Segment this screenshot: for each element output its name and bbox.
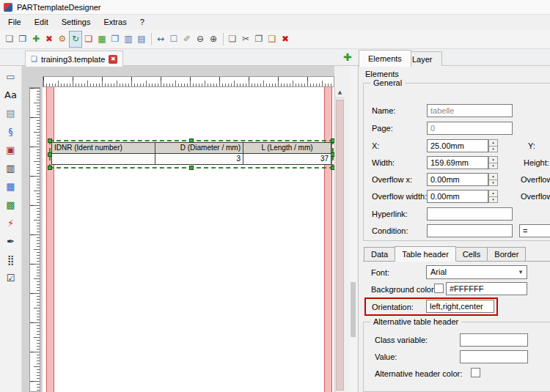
menu-settings[interactable]: Settings [55, 15, 98, 29]
image-tool-button[interactable]: ▩ [2, 197, 20, 213]
name-label: Name: [372, 106, 395, 115]
rectangle-tool-button[interactable]: ▭ [2, 69, 20, 85]
datamatrix-tool-button[interactable]: ⣿ [2, 252, 20, 268]
x-stepper[interactable]: ▴ ▾ [488, 139, 498, 152]
panel-title: Elements [365, 70, 399, 78]
scrollbar-thumb[interactable] [336, 100, 344, 391]
picture-icon: ▩ [6, 199, 15, 210]
width-stepper[interactable]: ▴ ▾ [488, 156, 498, 169]
field-tool-button[interactable]: ▤ [2, 106, 20, 122]
canvas-vertical-scrollbar[interactable]: ▲ [334, 87, 345, 392]
overflow-h-label: Overflow h [521, 192, 550, 201]
spin-down-icon[interactable]: ▾ [488, 180, 498, 187]
table-header-cell: L (Length / mm) [243, 143, 331, 154]
rectangle-icon: ▭ [6, 71, 15, 82]
action-tool-button[interactable]: ⚡ [2, 215, 20, 232]
close-tab-icon[interactable]: ✖ [109, 55, 117, 64]
spin-up-icon[interactable]: ▴ [488, 173, 498, 180]
list-icon: ▥ [6, 163, 15, 174]
spin-down-icon[interactable]: ▾ [488, 147, 498, 153]
table-tool-button[interactable]: ▦ [2, 179, 20, 195]
tab-elements[interactable]: Elements [359, 50, 411, 67]
parttemplatedesigner-window: PARTtemplateDesigner FileEditSettingsExt… [0, 0, 550, 392]
font-dropdown[interactable]: Arial ▾ [426, 265, 527, 279]
selection-frame-button[interactable]: ☐ [167, 31, 180, 48]
cut-button[interactable]: ✂ [239, 31, 252, 48]
menu-extras[interactable]: Extras [97, 15, 133, 29]
spin-down-icon[interactable]: ▾ [488, 163, 498, 170]
menu-file[interactable]: File [1, 15, 28, 29]
panel-scrollbar-thumb[interactable] [351, 282, 356, 337]
subtab-table-header[interactable]: Table header [395, 246, 456, 262]
preview-page-button[interactable]: ❏ [226, 31, 239, 48]
remove-button[interactable]: ✖ [43, 31, 56, 48]
checkbox-tool-button[interactable]: ☑ [2, 270, 20, 286]
condition-operator-field[interactable]: = [519, 224, 550, 237]
overflow-width-stepper[interactable]: ▴ ▾ [488, 190, 498, 203]
name-field[interactable]: tabelle [427, 104, 513, 117]
left-margin-strip [46, 87, 54, 392]
layout-rows-button[interactable]: ▤ [135, 31, 148, 48]
orientation-field[interactable]: left,right,center [426, 300, 494, 313]
panel-scrollbar[interactable] [350, 66, 356, 392]
new-template-button[interactable]: ❏ [3, 31, 16, 48]
overflow-width-field[interactable]: 0.00mm [427, 190, 488, 203]
pencil-icon: ✐ [183, 34, 191, 44]
save-button[interactable]: ❒ [16, 31, 29, 48]
save-icon: ❒ [19, 34, 27, 44]
text-tool-button[interactable]: Aa [2, 87, 20, 103]
draw-button[interactable]: ✐ [180, 31, 194, 48]
elements-panel: Elements General Name: tabelle Page: 0 X… [358, 66, 550, 392]
fit-width-button[interactable]: ↔ [154, 31, 167, 48]
insert-image-button[interactable]: ▦ [95, 31, 109, 48]
add-button[interactable]: ✚ [29, 31, 43, 48]
table-header-cell: D (Diameter / mm) [155, 143, 243, 154]
resize-handle[interactable] [189, 166, 194, 170]
value-field[interactable] [460, 350, 528, 363]
export-pdf-button[interactable]: ❏ [82, 31, 95, 48]
orientation-label: Orientation: [372, 303, 414, 311]
list-tool-button[interactable]: ▥ [2, 160, 20, 177]
spin-up-icon[interactable]: ▴ [488, 156, 498, 163]
element-toolbox: ▭Aa▤§▣▥▦▩⚡✒⣿☑ [0, 66, 22, 392]
width-field[interactable]: 159.69mm [427, 156, 488, 169]
overflow-x-stepper[interactable]: ▴ ▾ [488, 173, 498, 186]
add-tab-icon[interactable]: ✚ [343, 51, 352, 63]
background-color-swatch[interactable] [434, 284, 444, 293]
page-field[interactable]: 0 [427, 122, 513, 135]
copy-button[interactable]: ❐ [252, 31, 265, 48]
spin-down-icon[interactable]: ▾ [488, 197, 498, 204]
spin-up-icon[interactable]: ▴ [488, 139, 498, 147]
pin-tool-button[interactable]: ✒ [2, 234, 20, 250]
spin-up-icon[interactable]: ▴ [488, 190, 498, 197]
overflow-x-field[interactable]: 0.00mm [427, 173, 488, 186]
table-element[interactable]: IDNR (Ident number) D (Diameter / mm) 3 … [51, 142, 331, 165]
paste-button[interactable]: ❑ [265, 31, 279, 48]
hyperlink-field[interactable] [427, 207, 513, 221]
delete-element-button[interactable]: ✖ [279, 31, 292, 48]
subtab-border[interactable]: Border [487, 247, 526, 261]
class-variable-field[interactable] [460, 333, 528, 347]
horizontal-ruler [43, 76, 334, 87]
stamp-tool-button[interactable]: ▣ [2, 142, 20, 158]
zoom-in-button[interactable]: ⊕ [207, 31, 220, 48]
tab-training3-template[interactable]: ❏ training3.template ✖ [25, 51, 123, 67]
alternative-header-color-swatch[interactable] [471, 368, 480, 377]
x-field[interactable]: 25.00mm [427, 139, 488, 152]
zoom-out-button[interactable]: ⊖ [194, 31, 207, 48]
refresh-preview-button[interactable]: ↻ [69, 31, 82, 48]
menu-edit[interactable]: Edit [28, 15, 55, 29]
background-color-field[interactable]: #FFFFFF [446, 282, 527, 295]
table-column: L (Length / mm) 37 [243, 143, 331, 164]
resize-handle[interactable] [48, 166, 52, 170]
menu-help[interactable]: ? [133, 15, 151, 29]
curve-tool-button[interactable]: § [2, 124, 20, 140]
settings-button[interactable]: ⚙ [56, 31, 69, 48]
condition-field[interactable] [427, 224, 513, 237]
subtab-cells[interactable]: Cells [455, 247, 488, 261]
scroll-up-icon[interactable]: ▲ [335, 87, 345, 98]
layout-columns-button[interactable]: ▥ [122, 31, 135, 48]
duplicate-button[interactable]: ❐ [109, 31, 122, 48]
table-header-cell: IDNR (Ident number) [52, 143, 155, 154]
subtab-data[interactable]: Data [364, 247, 395, 261]
